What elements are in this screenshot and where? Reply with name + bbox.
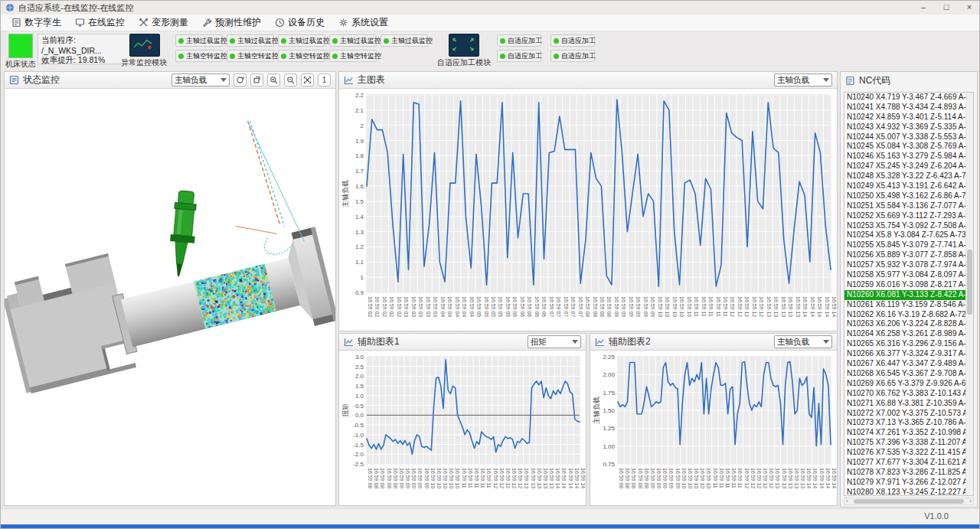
adaptive-machining-button[interactable]: 自适应加工 [550,34,595,47]
nc-code-line[interactable]: N10253 X5.754 Y-3.092 Z-7.508 A-73.677 [844,221,966,231]
left-view-select[interactable]: 主轴负载 [172,73,230,87]
nc-code-line[interactable]: N10245 X5.084 Y-3.308 Z-5.769 A-75.088 [844,142,966,152]
overload-monitor-button[interactable]: 主轴过载监控 [329,34,377,47]
nc-code-line[interactable]: N10267 X6.447 Y-3.347 Z-9.489 A-71.055 [844,359,966,369]
svg-text:3.0: 3.0 [355,354,364,361]
nc-code-line[interactable]: N10269 X6.65 Y-3.379 Z-9.926 A-69.947 C [844,379,966,389]
menu-item-predictive-maintenance[interactable]: 预测性维护 [198,15,270,31]
nc-code-line[interactable]: N10250 X5.498 Y-3.162 Z-6.86 A-74.178 C [844,191,966,201]
svg-text:16:59:13: 16:59:13 [543,468,548,488]
nc-code-line[interactable]: N10251 X5.584 Y-3.136 Z-7.077 A-74.012 [844,201,966,211]
adaptive-machining-button[interactable]: 自适应加工 [497,34,541,47]
svg-text:16:59:05: 16:59:05 [484,296,489,317]
menu-item-online-monitor[interactable]: 在线监控 [70,15,134,31]
nc-code-line[interactable]: N10248 X5.328 Y-3.22 Z-6.423 A-74.52 C [844,171,966,181]
nc-code-line[interactable]: N10261 X6.119 Y-3.159 Z-8.546 A-72.701 [844,300,966,310]
menu-item-deform-measure[interactable]: 变形测量 [134,15,198,31]
overload-monitor-button[interactable]: 主轴过载监控 [175,34,223,47]
aux-chart1-select[interactable]: 扭矩 [528,335,581,348]
nc-code-line[interactable]: N10272 X7.002 Y-3.375 Z-10.573 A-68.05 [844,409,966,419]
nc-code-line[interactable]: N10246 X5.163 Y-3.279 Z-5.984 A-74.892 [844,152,966,162]
svg-text:16:59:12: 16:59:12 [493,468,498,488]
nc-code-line[interactable]: N10257 X5.932 Y-3.078 Z-7.974 A-73.243 [844,260,966,270]
nc-code-line[interactable]: N10259 X6.016 Y-3.098 Z-8.217 A-73.036 [844,280,966,290]
nc-code-line[interactable]: N10264 X6.258 Y-3.261 Z-8.989 A-72.072 [844,329,966,339]
nc-code-line[interactable]: N10279 X7.971 Y-3.266 Z-12.027 A-62.98 [844,478,966,488]
adaptive-machining-button[interactable]: 自适应加工 [497,50,541,62]
nc-code-line[interactable]: N10280 X8.123 Y-3.245 Z-12.227 A-62.23 [844,488,966,496]
svg-text:16:59:09: 16:59:09 [399,468,404,488]
svg-text:16:59:12: 16:59:12 [759,296,764,317]
svg-text:16:59:10: 16:59:10 [694,468,699,488]
nc-code-line[interactable]: N10265 X6.316 Y-3.296 Z-9.156 A-71.771 [844,339,966,349]
nc-code-line[interactable]: N10242 X4.859 Y-3.401 Z-5.114 A-75.775 [844,113,966,122]
nc-code-line[interactable]: N10256 X5.889 Y-3.077 Z-7.858 A-73.348 [844,250,966,260]
svg-text:16:59:13: 16:59:13 [788,296,793,317]
nc-code-line[interactable]: N10252 X5.669 Y-3.112 Z-7.293 A-73.844 [844,211,966,221]
nc-code-line[interactable]: N10254 X5.8 Y-3.084 Z-7.625 A-73.571 C [844,230,966,240]
menu-item-digital-twin[interactable]: 数字孪生 [7,15,70,31]
overload-monitor-button[interactable]: 主轴过载监控 [227,34,274,47]
nc-code-line[interactable]: N10271 X6.88 Y-3.381 Z-10.359 A-68.711 [844,399,966,409]
svg-text:16:59:14: 16:59:14 [831,296,837,317]
nc-code-line[interactable]: N10247 X5.245 Y-3.249 Z-6.204 A-74.701 [844,162,966,171]
close-button[interactable]: × [958,1,980,15]
menu-item-system-settings[interactable]: 系统设置 [334,15,397,31]
nc-code-line[interactable]: N10258 X5.977 Y-3.084 Z-8.097 A-73.138 [844,270,966,280]
status-monitor-header: 状态监控 主轴负载 1 [5,72,335,89]
main-chart-area: 16:59:0216:59:0216:59:0216:59:0216:59:02… [339,89,837,331]
nc-code-line[interactable]: N10275 X7.396 Y-3.338 Z-11.207 A-65.95 [844,438,966,448]
nc-code-line[interactable]: N10266 X6.377 Y-3.324 Z-9.317 A-71.443 [844,349,966,359]
fit-view-icon[interactable] [301,73,314,87]
svg-text:16:59:06: 16:59:06 [534,296,540,317]
overload-monitor-button[interactable]: 主轴过载监控 [381,34,428,47]
minimize-button[interactable]: – [912,1,935,15]
rotate-icon[interactable] [250,73,263,87]
idle-monitor-button[interactable]: 主轴空转监控 [175,50,223,62]
nc-code-line[interactable]: N10273 X7.13 Y-3.365 Z-10.786 A-67.372 [844,418,966,428]
nc-code-line[interactable]: N10240 X4.719 Y-3.467 Z-4.669 A-76.396 [844,93,966,103]
nc-code-line[interactable]: N10278 X7.823 Y-3.286 Z-11.825 A-63.73 [844,468,966,478]
nc-code-line[interactable]: N10277 X7.677 Y-3.304 Z-11.621 A-64.48 [844,458,966,468]
aux-chart2-select[interactable]: 主轴负载 [774,335,832,348]
nc-code-line[interactable]: N10268 X6.545 Y-3.367 Z-9.708 A-70.519 [844,369,966,379]
nc-code-line[interactable]: N10263 X6.206 Y-3.224 Z-8.828 A-72.33 C [844,319,966,329]
nc-code-line[interactable]: N10249 X5.413 Y-3.191 Z-6.642 A-74.346 [844,181,966,191]
chevron-down-icon [823,78,829,82]
idle-monitor-button[interactable]: 主轴空转监控 [329,50,377,62]
zoom-out-icon[interactable] [284,73,297,87]
idle-monitor-button[interactable]: 主轴空转监控 [227,50,274,62]
nc-vertical-scrollbar[interactable] [965,93,973,495]
orbit-icon[interactable] [234,73,247,87]
svg-text:16:59:11: 16:59:11 [474,468,479,488]
menu-item-device-history[interactable]: 设备历史 [270,15,334,31]
maximize-button[interactable]: □ [935,1,958,15]
main-chart-select[interactable]: 主轴负载 [774,73,832,87]
overload-monitor-button[interactable]: 主轴过载监控 [278,34,325,47]
zoom-in-icon[interactable] [267,73,280,87]
view-number-button[interactable]: 1 [318,73,331,87]
nc-code-line[interactable]: N10270 X6.762 Y-3.383 Z-10.143 A-69.34 [844,389,966,399]
fixture-block [5,253,138,394]
nc-code-line[interactable]: N10274 X7.261 Y-3.352 Z-10.998 A-66.67 [844,428,966,438]
svg-text:0.75: 0.75 [603,461,615,468]
left-view-select-value: 主轴负载 [175,75,207,86]
nc-code-line[interactable]: N10262 X6.16 Y-3.19 Z-8.682 A-72.534 C [844,310,966,320]
svg-text:1.8: 1.8 [355,152,364,159]
adaptive-machining-button[interactable]: 自适应加工 [550,50,595,62]
3d-viewport[interactable] [5,89,335,505]
svg-text:16:59:13: 16:59:13 [795,296,801,317]
scrollbar-thumb[interactable] [967,250,972,315]
scroll-left-icon[interactable]: ‹ [846,498,848,505]
nc-code-line[interactable]: N10243 X4.932 Y-3.369 Z-5.335 A-75.523 [844,122,966,132]
nc-code-line[interactable]: N10241 X4.788 Y-3.434 Z-4.893 A-76.062 [844,103,966,113]
nc-code-line[interactable]: N10260 X6.081 Y-3.133 Z-8.422 A-72.835 [844,290,966,300]
nc-code-line[interactable]: N10255 X5.845 Y-3.079 Z-7.741 A-73.458 [844,240,966,250]
scrollbar-thumb[interactable] [854,499,964,504]
status-button-label: 主轴过载监控 [340,36,381,46]
idle-monitor-button[interactable]: 主轴空转监控 [278,50,325,62]
nc-code-line[interactable]: N10276 X7.535 Y-3.322 Z-11.415 A-65.22 [844,448,966,458]
scroll-right-icon[interactable]: › [969,498,972,505]
nc-horizontal-scrollbar[interactable]: ‹ › [844,498,974,505]
nc-code-line[interactable]: N10244 X5.007 Y-3.338 Z-5.553 A-75.297 [844,132,966,142]
